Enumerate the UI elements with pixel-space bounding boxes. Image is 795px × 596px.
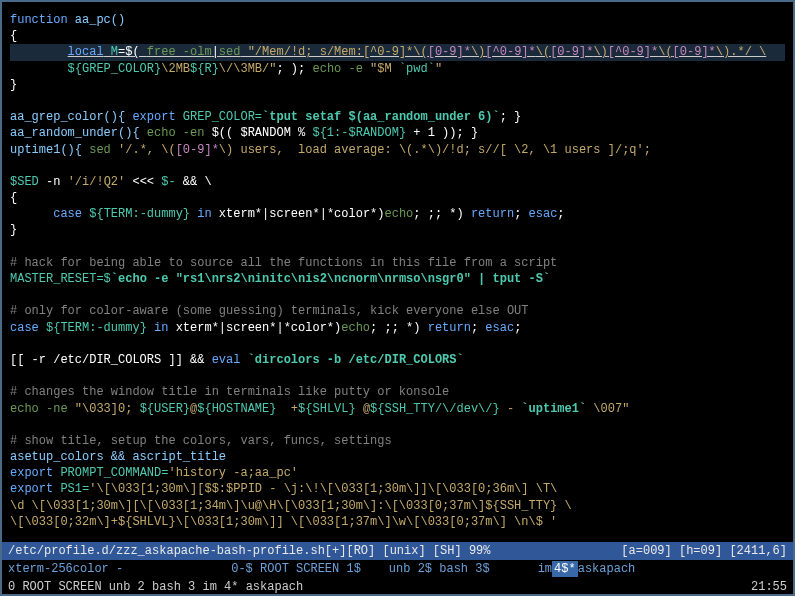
vim-statusbar: /etc/profile.d/zzz_askapache-bash-profil… [2, 542, 793, 560]
brace: { [10, 190, 785, 206]
op: + 1 )); } [406, 126, 478, 140]
comment: # show title, setup the colors, vars, fu… [10, 433, 785, 449]
var: ${R} [190, 62, 219, 76]
str: \007" [586, 402, 629, 416]
cmd: sed [219, 45, 241, 59]
screen-win-0[interactable]: 0-$ ROOT SCREEN 1$ [231, 561, 361, 577]
clock: 21:55 [751, 579, 787, 595]
keyword: local [68, 45, 104, 59]
test: [[ -r /etc/DIR_COLORS ]] && [10, 353, 212, 367]
var: ${USER} [140, 402, 190, 416]
str: \2MB [161, 62, 190, 76]
cmd: echo -ne [10, 402, 68, 416]
op: ; [471, 321, 485, 335]
code-editor[interactable]: function aa_pc() { local M=$( free -olm|… [2, 2, 793, 542]
screen-status-bar: 0 ROOT SCREEN unb 2 bash 3 im 4* askapac… [2, 578, 793, 596]
str: "/Mem/!d; s/Mem:[^0-9]*\( [240, 45, 427, 59]
keyword: in [154, 321, 168, 335]
screen-win-im: im [538, 561, 552, 577]
var: PROMPT_COMMAND= [53, 466, 168, 480]
str: "$M [363, 62, 399, 76]
term-type: xterm-256color - [8, 561, 123, 577]
op: ; [514, 321, 521, 335]
pattern: xterm*|screen*|*color*) [212, 207, 385, 221]
str: \( [536, 45, 550, 59]
str: \d \[\033[1;30m\][\[\033[1;34m\]\u@\H\[\… [10, 498, 785, 514]
status-right: [a=009] [h=09] [2411,6] [621, 543, 787, 559]
var: MASTER_RESET=$ [10, 272, 111, 286]
str: \/\3MB/" [219, 62, 277, 76]
cmd: echo -e [312, 62, 362, 76]
str: \[\033[0;32m\]+${SHLVL}\[\033[1;30m\]] \… [10, 514, 785, 530]
status-left: /etc/profile.d/zzz_askapache-bash-profil… [8, 543, 490, 559]
keyword: case [10, 321, 39, 335]
cmd: free -olm [147, 45, 212, 59]
var: ${HOSTNAME} [197, 402, 276, 416]
str: + [276, 402, 298, 416]
cmd: sed [89, 143, 111, 157]
keyword: return [471, 207, 514, 221]
keyword: in [197, 207, 211, 221]
indent [10, 207, 53, 221]
var: ${TERM:-dummy} [82, 207, 197, 221]
op: && \ [176, 175, 212, 189]
var: ${SHLVL} [298, 402, 356, 416]
comment: # hack for being able to source all the … [10, 255, 785, 271]
var: ${1:-$RANDOM} [312, 126, 406, 140]
screen-win-2[interactable]: unb 2$ bash 3$ [389, 561, 490, 577]
pipe: | [212, 45, 219, 59]
comment: # changes the window title in terminals … [10, 384, 785, 400]
str: 'history -a;aa_pc' [168, 466, 298, 480]
var: ${TERM:-dummy} [39, 321, 154, 335]
cmd: echo [341, 321, 370, 335]
brace: { [10, 28, 785, 44]
cmd: echo -en [147, 126, 205, 140]
var: ${SSH_TTY/\/dev\/} [370, 402, 500, 416]
screen-win-active[interactable]: 4$* [552, 561, 578, 577]
var: M [104, 45, 118, 59]
keyword: eval [212, 353, 241, 367]
status2-left: 0 ROOT SCREEN unb 2 bash 3 im 4* askapac… [8, 579, 303, 595]
str: \( [658, 45, 672, 59]
op: ; ;; *) [370, 321, 428, 335]
regex: [0-9]* [176, 143, 219, 157]
op: ; [514, 207, 528, 221]
op: ; ;; *) [413, 207, 471, 221]
brace: } [10, 77, 785, 93]
str: \) users, load average: \(.*\)/!d; s//[ … [219, 143, 651, 157]
call: asetup_colors && ascript_title [10, 449, 785, 465]
op: ; } [500, 110, 522, 124]
regex: [^0-9]* [608, 45, 658, 59]
subst: `tput setaf $(aa_random_under 6)` [262, 110, 500, 124]
str: " [435, 62, 442, 76]
regex: [^0-9]* [485, 45, 535, 59]
op: ; ); [276, 62, 312, 76]
screen-window-bar[interactable]: xterm-256color - 0-$ ROOT SCREEN 1$ unb … [2, 560, 793, 578]
subst: `dircolors -b /etc/DIR_COLORS` [240, 353, 463, 367]
str: @ [356, 402, 370, 416]
expr: $(( $RANDOM % [204, 126, 312, 140]
op: ; [557, 207, 564, 221]
regex: [0-9]* [550, 45, 593, 59]
op: -n [39, 175, 68, 189]
func-name: aa_pc() [68, 13, 126, 27]
func: uptime1(){ [10, 143, 89, 157]
brace: } [10, 222, 785, 238]
keyword: export [10, 466, 53, 480]
keyword: export [132, 110, 175, 124]
var: PS1= [53, 482, 89, 496]
str: '/.*, \( [111, 143, 176, 157]
regex: [0-9]* [673, 45, 716, 59]
str: "\033]0; [68, 402, 140, 416]
subst: `echo -e "rs1\nrs2\ninitc\nis2\ncnorm\nr… [111, 272, 550, 286]
screen-win-name: askapach [578, 561, 636, 577]
str: \) [593, 45, 607, 59]
op: =$( [118, 45, 147, 59]
str: \) [471, 45, 485, 59]
str: '\[\033[1;30m\][$$:$PPID - \j:\!\[\033[1… [89, 482, 557, 496]
keyword: esac [485, 321, 514, 335]
cmd: echo [384, 207, 413, 221]
str: '/i/!Q2' [68, 175, 126, 189]
keyword: function [10, 13, 68, 27]
subst: `pwd` [399, 62, 435, 76]
